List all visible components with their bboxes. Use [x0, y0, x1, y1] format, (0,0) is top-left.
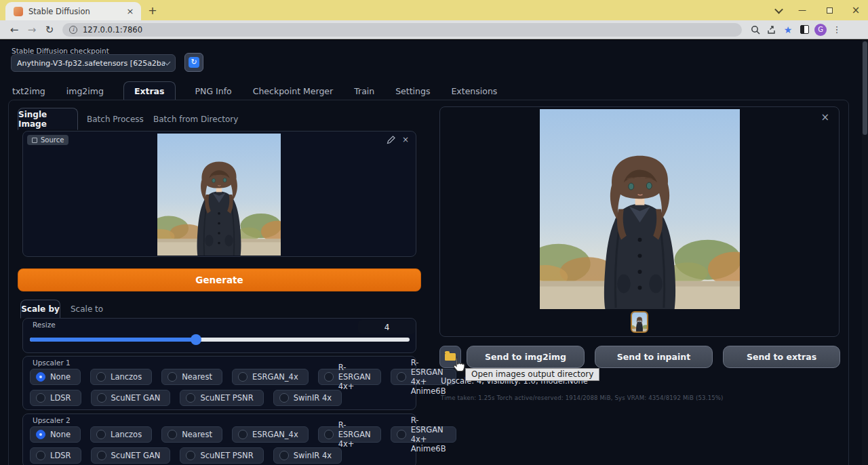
radio-icon — [36, 451, 45, 460]
upscaler1-row1: None Lanczos Nearest ESRGAN_4x R-ESRGAN … — [30, 369, 456, 385]
new-tab-button[interactable]: + — [146, 4, 159, 16]
address-bar[interactable]: i 127.0.0.1:7860 — [62, 23, 742, 37]
upscaler-option[interactable]: LDSR — [30, 390, 81, 406]
radio-icon — [36, 372, 45, 382]
radio-icon — [324, 372, 334, 382]
forward-button[interactable]: → — [23, 24, 41, 36]
checkpoint-dropdown[interactable]: Anything-V3-fp32.safetensors [625a2ba2] — [11, 54, 176, 72]
cursor-pointer — [450, 356, 466, 375]
subtab-single-image[interactable]: Single Image — [18, 108, 78, 130]
upscaler1-group: Upscaler 1 None Lanczos Nearest ESRGAN_4… — [22, 356, 416, 410]
source-image-dropzone[interactable]: Source × — [22, 131, 416, 257]
zoom-icon[interactable] — [747, 22, 764, 37]
subtab-scale-to[interactable]: Scale to — [71, 300, 103, 319]
tab-png-info[interactable]: PNG Info — [194, 81, 233, 100]
radio-icon — [238, 430, 248, 439]
main-tab-bar: txt2img img2img Extras PNG Info Checkpoi… — [11, 81, 498, 100]
upscaler-option[interactable]: LDSR — [30, 447, 81, 464]
browser-tab[interactable]: Stable Diffusion × — [5, 2, 141, 20]
tab-extras[interactable]: Extras — [123, 81, 176, 100]
radio-icon — [397, 372, 406, 382]
browser-toolbar: ← → ↻ i 127.0.0.1:7860 ★ G ⋮ — [0, 20, 868, 39]
upscaler-option[interactable]: SwinIR 4x — [273, 447, 342, 464]
source-tools: × — [387, 136, 409, 144]
upscaler-option[interactable]: Lanczos — [90, 369, 152, 385]
radio-icon — [97, 451, 106, 460]
clear-image-icon[interactable]: × — [402, 136, 409, 144]
radio-icon — [97, 393, 106, 403]
upscaler-option[interactable]: ESRGAN_4x — [232, 369, 309, 385]
upscaler-option[interactable]: None — [30, 426, 81, 443]
upscaler-option[interactable]: Lanczos — [90, 426, 152, 443]
subtab-batch-from-directory[interactable]: Batch from Directory — [153, 108, 238, 130]
radio-icon — [36, 393, 45, 403]
stable-diffusion-webui: Stable Diffusion checkpoint Anything-V3-… — [0, 40, 868, 465]
radio-icon — [186, 393, 195, 403]
source-image — [157, 134, 281, 256]
close-window-button[interactable]: × — [850, 4, 862, 16]
radio-icon — [186, 451, 195, 460]
resize-number-input[interactable]: 4 — [358, 320, 416, 334]
scrollbar-thumb[interactable] — [863, 41, 867, 135]
performance-info-text: Time taken: 1.25s Torch active/reserved:… — [441, 395, 724, 401]
radio-icon — [96, 430, 106, 439]
tab-settings[interactable]: Settings — [394, 81, 431, 100]
result-gallery: × — [439, 106, 840, 337]
radio-icon — [36, 430, 45, 439]
upscaler2-row1: None Lanczos Nearest ESRGAN_4x R-ESRGAN … — [30, 426, 456, 443]
send-to-img2img-button[interactable]: Send to img2img — [467, 346, 585, 368]
gallery-close-icon[interactable]: × — [821, 111, 829, 123]
upscaler-option[interactable]: None — [30, 369, 81, 385]
thumbnail-image — [632, 312, 647, 331]
upscaler-option[interactable]: R-ESRGAN 4x+ — [318, 369, 381, 385]
tab-search-chevron-icon[interactable] — [772, 4, 785, 16]
folder-tooltip: Open images output directory — [465, 368, 599, 381]
profile-avatar[interactable]: G — [812, 22, 829, 37]
tab-img2img[interactable]: img2img — [65, 81, 105, 100]
menu-dots-icon[interactable]: ⋮ — [829, 22, 845, 37]
generate-button[interactable]: Generate — [18, 268, 421, 291]
refresh-checkpoint-button[interactable]: ↻ — [184, 53, 203, 72]
upscaler-option[interactable]: Nearest — [161, 369, 222, 385]
upscaler-option[interactable]: ESRGAN_4x — [232, 426, 309, 443]
send-to-inpaint-button[interactable]: Send to inpaint — [595, 346, 713, 368]
upscaler-option[interactable]: ScuNET GAN — [91, 447, 171, 464]
minimize-button[interactable]: — — [796, 4, 808, 16]
tab-train[interactable]: Train — [353, 81, 376, 100]
radio-icon — [167, 430, 177, 439]
resize-slider[interactable] — [30, 338, 410, 342]
upscaler-option[interactable]: R-ESRGAN 4x+ Anime6B — [391, 426, 456, 443]
upscaler-option[interactable]: Nearest — [161, 426, 222, 443]
upscaler1-row2: LDSR ScuNET GAN ScuNET PSNR SwinIR 4x — [30, 390, 342, 406]
send-to-extras-button[interactable]: Send to extras — [723, 346, 840, 368]
upscaler-option[interactable]: ScuNET GAN — [91, 390, 171, 406]
bookmark-star-icon[interactable]: ★ — [780, 22, 796, 37]
upscaler-option[interactable]: SwinIR 4x — [273, 390, 342, 406]
share-icon[interactable] — [764, 22, 780, 37]
subtab-batch-process[interactable]: Batch Process — [87, 108, 144, 130]
upscaler-option[interactable]: ScuNET PSNR — [180, 390, 263, 406]
tab-extensions[interactable]: Extensions — [450, 81, 498, 100]
restore-button[interactable] — [823, 4, 835, 16]
reload-button[interactable]: ↻ — [41, 24, 58, 36]
upscaler-option[interactable]: R-ESRGAN 4x+ — [318, 426, 381, 443]
edit-pencil-icon[interactable] — [387, 136, 395, 144]
radio-icon — [96, 372, 106, 382]
slider-thumb[interactable] — [191, 334, 201, 345]
upscaler-option[interactable]: ScuNET PSNR — [180, 447, 263, 464]
source-label-chip: Source — [27, 135, 68, 145]
subtab-scale-by[interactable]: Scale by — [20, 300, 60, 319]
radio-icon — [324, 430, 334, 439]
tab-checkpoint-merger[interactable]: Checkpoint Merger — [252, 81, 334, 100]
gallery-thumbnail[interactable] — [631, 311, 648, 333]
radio-icon — [397, 430, 406, 439]
tab-close-icon[interactable]: × — [125, 6, 136, 17]
site-info-icon[interactable]: i — [69, 26, 77, 34]
back-button[interactable]: ← — [5, 24, 23, 36]
screen: Stable Diffusion × + — × ← → ↻ i 127.0.0… — [0, 0, 868, 465]
image-icon — [32, 138, 37, 143]
upscaler2-row2: LDSR ScuNET GAN ScuNET PSNR SwinIR 4x — [30, 447, 342, 464]
result-image[interactable] — [540, 109, 740, 309]
tab-txt2img[interactable]: txt2img — [11, 81, 47, 100]
side-panel-icon[interactable] — [796, 22, 812, 37]
